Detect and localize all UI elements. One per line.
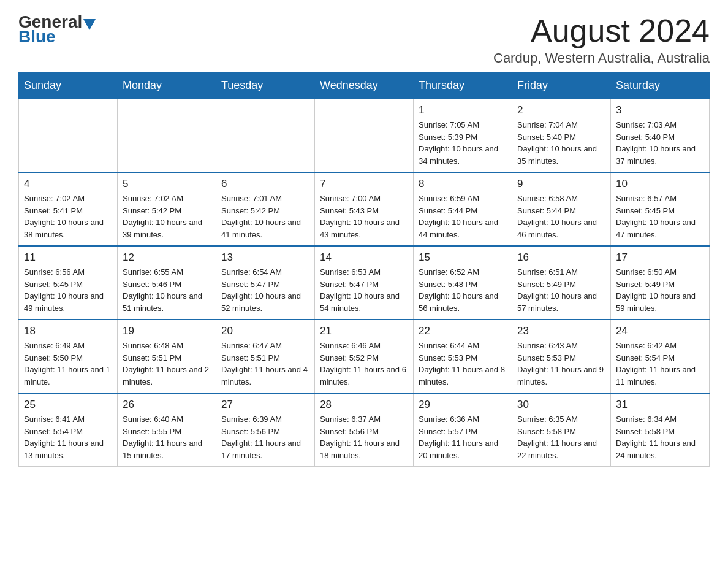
day-number: 4 bbox=[24, 178, 112, 190]
day-info: Sunrise: 6:47 AM Sunset: 5:51 PM Dayligh… bbox=[221, 340, 309, 388]
day-info: Sunrise: 6:51 AM Sunset: 5:49 PM Dayligh… bbox=[517, 266, 605, 314]
day-number: 18 bbox=[24, 325, 112, 337]
calendar-cell: 21Sunrise: 6:46 AM Sunset: 5:52 PM Dayli… bbox=[315, 320, 414, 393]
logo: General Blue bbox=[18, 12, 97, 47]
day-info: Sunrise: 6:43 AM Sunset: 5:53 PM Dayligh… bbox=[517, 340, 605, 388]
calendar-cell: 16Sunrise: 6:51 AM Sunset: 5:49 PM Dayli… bbox=[512, 246, 611, 320]
calendar-cell: 2Sunrise: 7:04 AM Sunset: 5:40 PM Daylig… bbox=[512, 99, 611, 172]
day-info: Sunrise: 6:53 AM Sunset: 5:47 PM Dayligh… bbox=[320, 266, 408, 314]
day-info: Sunrise: 6:34 AM Sunset: 5:58 PM Dayligh… bbox=[616, 413, 704, 461]
location-text: Cardup, Western Australia, Australia bbox=[493, 50, 710, 66]
calendar-cell bbox=[19, 99, 118, 172]
weekday-header-thursday: Thursday bbox=[414, 73, 512, 99]
day-info: Sunrise: 6:35 AM Sunset: 5:58 PM Dayligh… bbox=[517, 413, 605, 461]
calendar-cell: 18Sunrise: 6:49 AM Sunset: 5:50 PM Dayli… bbox=[19, 320, 118, 393]
calendar-cell: 24Sunrise: 6:42 AM Sunset: 5:54 PM Dayli… bbox=[611, 320, 710, 393]
calendar-table: SundayMondayTuesdayWednesdayThursdayFrid… bbox=[18, 72, 710, 467]
day-number: 26 bbox=[123, 399, 211, 411]
day-number: 9 bbox=[517, 178, 605, 190]
calendar-cell: 30Sunrise: 6:35 AM Sunset: 5:58 PM Dayli… bbox=[512, 393, 611, 467]
day-info: Sunrise: 6:58 AM Sunset: 5:44 PM Dayligh… bbox=[517, 193, 605, 240]
day-number: 6 bbox=[221, 178, 309, 190]
day-number: 3 bbox=[616, 104, 704, 117]
day-info: Sunrise: 7:02 AM Sunset: 5:41 PM Dayligh… bbox=[24, 193, 112, 240]
day-number: 20 bbox=[221, 325, 309, 337]
calendar-body: 1Sunrise: 7:05 AM Sunset: 5:39 PM Daylig… bbox=[19, 99, 710, 467]
weekday-header-friday: Friday bbox=[512, 73, 611, 99]
logo-blue-text: Blue bbox=[18, 27, 56, 47]
calendar-cell: 10Sunrise: 6:57 AM Sunset: 5:45 PM Dayli… bbox=[611, 172, 710, 246]
day-number: 22 bbox=[419, 325, 507, 337]
day-number: 13 bbox=[221, 251, 309, 264]
calendar-week-row: 4Sunrise: 7:02 AM Sunset: 5:41 PM Daylig… bbox=[19, 172, 710, 246]
day-info: Sunrise: 6:46 AM Sunset: 5:52 PM Dayligh… bbox=[320, 340, 408, 388]
day-info: Sunrise: 7:01 AM Sunset: 5:42 PM Dayligh… bbox=[221, 193, 309, 240]
calendar-cell: 17Sunrise: 6:50 AM Sunset: 5:49 PM Dayli… bbox=[611, 246, 710, 320]
calendar-cell: 7Sunrise: 7:00 AM Sunset: 5:43 PM Daylig… bbox=[315, 172, 414, 246]
day-number: 31 bbox=[616, 399, 704, 411]
day-info: Sunrise: 7:05 AM Sunset: 5:39 PM Dayligh… bbox=[419, 119, 507, 167]
calendar-cell: 4Sunrise: 7:02 AM Sunset: 5:41 PM Daylig… bbox=[19, 172, 118, 246]
day-info: Sunrise: 6:40 AM Sunset: 5:55 PM Dayligh… bbox=[123, 413, 211, 461]
calendar-cell: 11Sunrise: 6:56 AM Sunset: 5:45 PM Dayli… bbox=[19, 246, 118, 320]
day-info: Sunrise: 6:50 AM Sunset: 5:49 PM Dayligh… bbox=[616, 266, 704, 314]
day-number: 2 bbox=[517, 104, 605, 117]
day-info: Sunrise: 6:44 AM Sunset: 5:53 PM Dayligh… bbox=[419, 340, 507, 388]
day-info: Sunrise: 6:48 AM Sunset: 5:51 PM Dayligh… bbox=[123, 340, 211, 388]
day-number: 24 bbox=[616, 325, 704, 337]
day-info: Sunrise: 6:56 AM Sunset: 5:45 PM Dayligh… bbox=[24, 266, 112, 314]
day-number: 8 bbox=[419, 178, 507, 190]
day-info: Sunrise: 6:52 AM Sunset: 5:48 PM Dayligh… bbox=[419, 266, 507, 314]
day-number: 23 bbox=[517, 325, 605, 337]
day-info: Sunrise: 7:03 AM Sunset: 5:40 PM Dayligh… bbox=[616, 119, 704, 167]
day-info: Sunrise: 7:04 AM Sunset: 5:40 PM Dayligh… bbox=[517, 119, 605, 167]
day-info: Sunrise: 6:59 AM Sunset: 5:44 PM Dayligh… bbox=[419, 193, 507, 240]
day-number: 14 bbox=[320, 251, 408, 264]
calendar-week-row: 11Sunrise: 6:56 AM Sunset: 5:45 PM Dayli… bbox=[19, 246, 710, 320]
calendar-cell: 29Sunrise: 6:36 AM Sunset: 5:57 PM Dayli… bbox=[414, 393, 512, 467]
day-info: Sunrise: 7:02 AM Sunset: 5:42 PM Dayligh… bbox=[123, 193, 211, 240]
calendar-week-row: 1Sunrise: 7:05 AM Sunset: 5:39 PM Daylig… bbox=[19, 99, 710, 172]
calendar-cell: 6Sunrise: 7:01 AM Sunset: 5:42 PM Daylig… bbox=[216, 172, 315, 246]
weekday-header-saturday: Saturday bbox=[611, 73, 710, 99]
day-number: 19 bbox=[123, 325, 211, 337]
day-info: Sunrise: 6:41 AM Sunset: 5:54 PM Dayligh… bbox=[24, 413, 112, 461]
logo-arrow-icon bbox=[83, 19, 96, 30]
day-number: 15 bbox=[419, 251, 507, 264]
weekday-header-sunday: Sunday bbox=[19, 73, 118, 99]
day-info: Sunrise: 6:54 AM Sunset: 5:47 PM Dayligh… bbox=[221, 266, 309, 314]
page-header: General Blue August 2024 Cardup, Western… bbox=[18, 12, 710, 66]
calendar-cell: 5Sunrise: 7:02 AM Sunset: 5:42 PM Daylig… bbox=[118, 172, 216, 246]
calendar-cell bbox=[216, 99, 315, 172]
day-number: 12 bbox=[123, 251, 211, 264]
day-info: Sunrise: 6:36 AM Sunset: 5:57 PM Dayligh… bbox=[419, 413, 507, 461]
calendar-header-row: SundayMondayTuesdayWednesdayThursdayFrid… bbox=[19, 73, 710, 99]
calendar-week-row: 18Sunrise: 6:49 AM Sunset: 5:50 PM Dayli… bbox=[19, 320, 710, 393]
day-number: 27 bbox=[221, 399, 309, 411]
calendar-cell: 12Sunrise: 6:55 AM Sunset: 5:46 PM Dayli… bbox=[118, 246, 216, 320]
day-number: 7 bbox=[320, 178, 408, 190]
calendar-cell: 23Sunrise: 6:43 AM Sunset: 5:53 PM Dayli… bbox=[512, 320, 611, 393]
day-number: 11 bbox=[24, 251, 112, 264]
day-info: Sunrise: 6:39 AM Sunset: 5:56 PM Dayligh… bbox=[221, 413, 309, 461]
day-info: Sunrise: 6:55 AM Sunset: 5:46 PM Dayligh… bbox=[123, 266, 211, 314]
calendar-week-row: 25Sunrise: 6:41 AM Sunset: 5:54 PM Dayli… bbox=[19, 393, 710, 467]
title-section: August 2024 Cardup, Western Australia, A… bbox=[493, 12, 710, 66]
calendar-cell: 31Sunrise: 6:34 AM Sunset: 5:58 PM Dayli… bbox=[611, 393, 710, 467]
calendar-cell: 8Sunrise: 6:59 AM Sunset: 5:44 PM Daylig… bbox=[414, 172, 512, 246]
day-number: 16 bbox=[517, 251, 605, 264]
calendar-cell: 26Sunrise: 6:40 AM Sunset: 5:55 PM Dayli… bbox=[118, 393, 216, 467]
day-info: Sunrise: 6:42 AM Sunset: 5:54 PM Dayligh… bbox=[616, 340, 704, 388]
day-number: 17 bbox=[616, 251, 704, 264]
day-info: Sunrise: 7:00 AM Sunset: 5:43 PM Dayligh… bbox=[320, 193, 408, 240]
day-info: Sunrise: 6:57 AM Sunset: 5:45 PM Dayligh… bbox=[616, 193, 704, 240]
calendar-cell: 25Sunrise: 6:41 AM Sunset: 5:54 PM Dayli… bbox=[19, 393, 118, 467]
calendar-cell: 22Sunrise: 6:44 AM Sunset: 5:53 PM Dayli… bbox=[414, 320, 512, 393]
calendar-cell: 15Sunrise: 6:52 AM Sunset: 5:48 PM Dayli… bbox=[414, 246, 512, 320]
calendar-cell: 1Sunrise: 7:05 AM Sunset: 5:39 PM Daylig… bbox=[414, 99, 512, 172]
day-number: 30 bbox=[517, 399, 605, 411]
calendar-cell bbox=[315, 99, 414, 172]
day-number: 28 bbox=[320, 399, 408, 411]
weekday-header-wednesday: Wednesday bbox=[315, 73, 414, 99]
weekday-header-tuesday: Tuesday bbox=[216, 73, 315, 99]
